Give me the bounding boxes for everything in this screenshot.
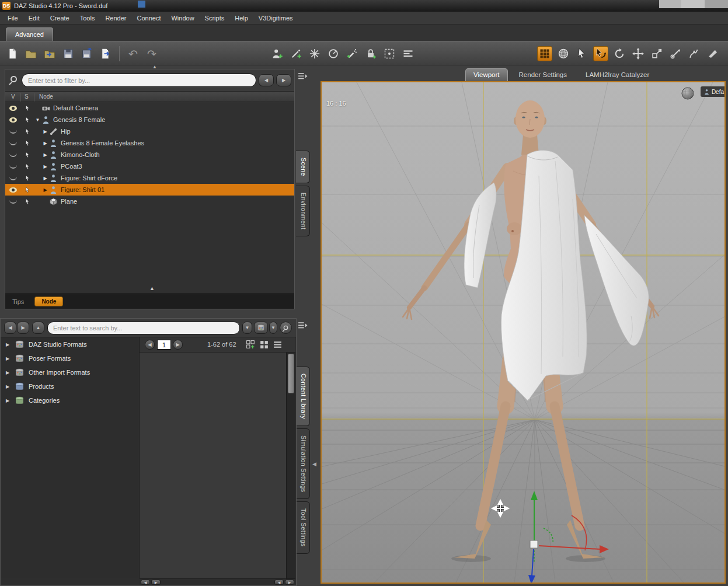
selectable-cursor-icon[interactable] bbox=[25, 128, 31, 135]
node-label[interactable]: Figure: Shirt dForce bbox=[61, 175, 117, 182]
expand-arrow[interactable]: ▶ bbox=[5, 356, 11, 361]
expand-arrow[interactable]: ▶ bbox=[41, 187, 49, 193]
menu-window[interactable]: Window bbox=[166, 13, 199, 23]
panel-collapse-handle[interactable]: ◀ bbox=[312, 461, 316, 467]
selectable-cursor-icon[interactable] bbox=[25, 116, 31, 124]
tab-tips[interactable]: Tips bbox=[12, 298, 24, 305]
redo-button[interactable]: ↷ bbox=[144, 46, 159, 61]
node-label[interactable]: Genesis 8 Female bbox=[53, 116, 105, 123]
new-spray-node-button[interactable] bbox=[344, 46, 360, 61]
filter-back-button[interactable]: ◀ bbox=[259, 74, 274, 86]
selectable-cursor-icon[interactable] bbox=[25, 175, 31, 182]
scene-node-eyelashes[interactable]: ▶ Genesis 8 Female Eyelashes bbox=[5, 137, 294, 149]
menu-help[interactable]: Help bbox=[229, 13, 253, 23]
visibility-eye-icon[interactable] bbox=[9, 117, 17, 123]
expand-arrow[interactable]: ▶ bbox=[41, 164, 49, 169]
expand-arrow[interactable]: ▶ bbox=[5, 370, 11, 375]
node-label[interactable]: Default Camera bbox=[53, 104, 98, 111]
scene-node-genesis-8-female[interactable]: ▼ Genesis 8 Female bbox=[5, 114, 294, 125]
selectable-cursor-icon[interactable] bbox=[25, 186, 31, 194]
node-label[interactable]: Genesis 8 Female Eyelashes bbox=[61, 139, 144, 146]
scene-node-kimono-cloth[interactable]: ▶ Kimono-Cloth bbox=[5, 149, 294, 161]
tree-item-categories[interactable]: ▶ Categories bbox=[1, 393, 139, 407]
menu-create[interactable]: Create bbox=[45, 13, 75, 23]
visibility-eye-icon[interactable] bbox=[9, 153, 17, 157]
scale-tool[interactable] bbox=[649, 46, 664, 61]
tree-label[interactable]: Products bbox=[29, 383, 54, 390]
visibility-eye-icon[interactable] bbox=[9, 106, 17, 111]
results-horizontal-scrollbar[interactable]: ◀ ▶ ◀ ▶ bbox=[140, 578, 295, 585]
translate-tool[interactable] bbox=[631, 46, 646, 61]
content-search-input[interactable] bbox=[47, 322, 240, 334]
scroll-up-arrow[interactable]: ▲ bbox=[149, 285, 155, 291]
menu-tools[interactable]: Tools bbox=[75, 13, 100, 23]
new-light-button[interactable] bbox=[307, 46, 322, 61]
weight-brush-tool[interactable] bbox=[687, 46, 702, 61]
grid-view-icon[interactable] bbox=[259, 340, 269, 350]
import-file-button[interactable] bbox=[79, 46, 95, 61]
expand-arrow[interactable]: ▶ bbox=[41, 129, 49, 134]
selectable-cursor-icon[interactable] bbox=[25, 163, 31, 170]
search-go-button[interactable] bbox=[280, 322, 292, 334]
scrollbar-thumb[interactable] bbox=[288, 354, 294, 393]
scene-node-plane[interactable]: Plane bbox=[5, 196, 294, 207]
page-number-input[interactable] bbox=[157, 340, 171, 350]
tree-item-poser-formats[interactable]: ▶ Poser Formats bbox=[1, 351, 139, 365]
viewport-3d-canvas[interactable]: 16 : 16 Defa bbox=[321, 81, 726, 584]
expand-arrow[interactable]: ▶ bbox=[41, 176, 49, 181]
scene-filter-input[interactable] bbox=[22, 74, 256, 87]
tab-node[interactable]: Node bbox=[34, 297, 63, 306]
menu-edit[interactable]: Edit bbox=[23, 13, 45, 23]
scene-node-pcoat3[interactable]: ▶ PCoat3 bbox=[5, 161, 294, 172]
title-bar[interactable]: DS DAZ Studio 4.12 Pro - Sword.duf bbox=[0, 0, 728, 12]
nav-up-button[interactable]: ▲ bbox=[32, 322, 44, 334]
visibility-eye-icon[interactable] bbox=[9, 130, 17, 134]
tab-lamh2iray-catalyzer[interactable]: LAMH2Iray Catalyzer bbox=[578, 69, 657, 81]
rotate-tool[interactable] bbox=[612, 46, 627, 61]
open-file-button[interactable] bbox=[23, 46, 39, 61]
hscroll-left-button[interactable]: ◀ bbox=[141, 580, 150, 585]
scene-node-shirt-dforce[interactable]: ▶ Figure: Shirt dForce bbox=[5, 172, 294, 184]
frame-selection-button[interactable] bbox=[382, 46, 397, 61]
node-label[interactable]: Hip bbox=[61, 128, 71, 135]
node-label[interactable]: Plane bbox=[61, 198, 77, 205]
save-file-button[interactable] bbox=[61, 46, 76, 61]
merge-file-button[interactable] bbox=[42, 46, 57, 61]
tab-viewport[interactable]: Viewport bbox=[465, 68, 508, 81]
thumbnail-size-icon[interactable] bbox=[246, 340, 256, 350]
expand-arrow[interactable]: ▶ bbox=[5, 342, 11, 347]
tab-scene[interactable]: Scene bbox=[296, 151, 310, 183]
scene-list-button[interactable] bbox=[400, 46, 416, 61]
page-forward-button[interactable]: ▶ bbox=[173, 340, 183, 350]
node-label[interactable]: Kimono-Cloth bbox=[61, 151, 100, 158]
scene-node-shirt-01-selected[interactable]: ▶ Figure: Shirt 01 bbox=[5, 184, 294, 196]
database-filter-button[interactable] bbox=[254, 322, 268, 334]
visibility-eye-icon[interactable] bbox=[9, 165, 17, 169]
menu-file[interactable]: File bbox=[2, 13, 23, 23]
selectable-cursor-icon[interactable] bbox=[25, 151, 31, 159]
tab-tool-settings[interactable]: Tool Settings bbox=[296, 501, 310, 553]
tab-environment[interactable]: Environment bbox=[296, 186, 310, 236]
active-pose-tool[interactable] bbox=[593, 46, 608, 61]
selectable-cursor-icon[interactable] bbox=[25, 139, 31, 147]
geometry-selection-tool[interactable] bbox=[556, 46, 571, 61]
nav-back-button[interactable]: ◀ bbox=[4, 322, 16, 334]
hscroll-left-button[interactable]: ◀ bbox=[274, 580, 284, 585]
visibility-eye-icon[interactable] bbox=[9, 187, 17, 193]
hscroll-right-button[interactable]: ▶ bbox=[151, 580, 161, 585]
node-label[interactable]: Figure: Shirt 01 bbox=[61, 186, 105, 193]
page-back-button[interactable]: ◀ bbox=[145, 340, 155, 350]
results-vertical-scrollbar[interactable] bbox=[286, 353, 295, 578]
undo-button[interactable]: ↶ bbox=[126, 46, 141, 61]
geometry-editor-tool[interactable] bbox=[705, 46, 720, 61]
menu-scripts[interactable]: Scripts bbox=[200, 13, 230, 23]
menu-connect[interactable]: Connect bbox=[132, 13, 166, 23]
node-selection-tool[interactable] bbox=[537, 46, 552, 61]
tab-advanced[interactable]: Advanced bbox=[6, 27, 53, 41]
list-view-icon[interactable] bbox=[273, 340, 283, 350]
selectable-cursor-icon[interactable] bbox=[25, 198, 31, 205]
menu-v3digitimes[interactable]: V3Digitimes bbox=[253, 13, 298, 23]
scene-pane-options-icon[interactable] bbox=[296, 71, 309, 81]
tree-item-daz-studio-formats[interactable]: ▶ DAZ Studio Formats bbox=[1, 337, 139, 351]
node-label[interactable]: PCoat3 bbox=[61, 163, 82, 170]
